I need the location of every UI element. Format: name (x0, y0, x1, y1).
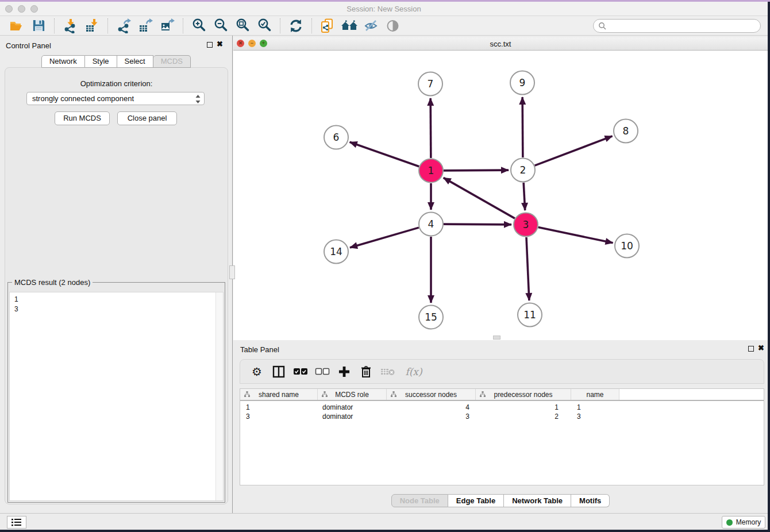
edge-2-8[interactable] (535, 136, 613, 165)
result-line: 3 (14, 304, 223, 314)
add-column-icon[interactable] (336, 364, 353, 380)
search-box[interactable] (593, 19, 761, 33)
hierarchy-icon (391, 391, 396, 398)
toolbar-separator (183, 18, 183, 33)
tab-motifs[interactable]: Motifs (571, 494, 610, 507)
close-table-panel-icon[interactable]: ✖ (758, 344, 764, 352)
node-label-4: 4 (428, 218, 434, 230)
close-panel-button[interactable]: Close panel (117, 111, 177, 125)
zoom-in-icon[interactable] (190, 17, 208, 34)
toolbar-separator (54, 18, 55, 33)
result-line: 1 (14, 295, 223, 304)
tab-select[interactable]: Select (117, 55, 153, 68)
new-network-icon[interactable] (318, 17, 337, 34)
edge-3-1[interactable] (444, 178, 515, 218)
mcds-result-box: MCDS result (2 nodes) 13 (7, 282, 225, 503)
control-panel: Control Panel ✖ NetworkStyleSelectMCDS O… (0, 36, 233, 513)
node-label-2: 2 (520, 164, 526, 176)
export-table-icon[interactable] (136, 17, 155, 34)
column-header-shared-name[interactable]: shared name (240, 389, 318, 400)
delete-column-icon[interactable] (357, 364, 375, 380)
gear-icon[interactable]: ⚙ (248, 364, 265, 380)
search-input[interactable] (609, 22, 753, 30)
select-all-icon[interactable] (292, 364, 309, 380)
home-icon[interactable] (340, 17, 359, 34)
table-tabs: Node TableEdge TableNetwork TableMotifs (233, 494, 768, 507)
criterion-select[interactable]: strongly connected component (26, 92, 205, 105)
memory-label: Memory (736, 518, 761, 526)
table-row[interactable]: 1dominator411 (240, 403, 764, 412)
tab-edge-table[interactable]: Edge Table (448, 494, 504, 507)
column-header-MCDS-role[interactable]: MCDS role (318, 389, 387, 400)
edge-1-7[interactable] (430, 98, 431, 158)
float-panel-icon[interactable] (207, 42, 213, 48)
delete-table-icon[interactable] (379, 364, 396, 380)
import-network-icon[interactable] (61, 17, 79, 34)
column-label: MCDS role (335, 391, 369, 399)
node-label-1: 1 (428, 165, 434, 176)
node-table[interactable]: shared nameMCDS rolesuccessor nodesprede… (240, 388, 764, 485)
deselect-all-icon[interactable] (314, 364, 331, 380)
table-panel-title: Table Panel (240, 345, 279, 354)
float-table-panel-icon[interactable] (748, 346, 754, 352)
function-builder-icon[interactable]: f(x) (401, 364, 426, 380)
column-header-successor-nodes[interactable]: successor nodes (387, 389, 476, 400)
table-panel: Table Panel ✖ ⚙ f(x) shared nameMCDS rol… (233, 340, 768, 513)
zoom-selected-icon[interactable] (255, 17, 274, 34)
memory-status-icon (726, 519, 733, 526)
apply-layout-icon[interactable] (287, 17, 305, 34)
criterion-value: strongly connected component (32, 94, 134, 103)
network-title: scc.txt (233, 40, 768, 48)
mcds-result-area[interactable]: 13 (9, 292, 224, 501)
import-table-icon[interactable] (83, 17, 101, 34)
task-history-button[interactable] (7, 516, 26, 529)
cell-name: 1 (571, 403, 619, 412)
tab-mcds[interactable]: MCDS (153, 55, 191, 68)
column-label: successor nodes (405, 391, 457, 399)
table-row[interactable]: 3dominator323 (240, 412, 764, 421)
vertical-splitter-handle[interactable] (229, 265, 235, 279)
run-mcds-button[interactable]: Run MCDS (55, 111, 110, 125)
edge-4-3[interactable] (444, 224, 511, 225)
hierarchy-icon (480, 391, 486, 398)
network-graph[interactable]: 1234678910111415 (233, 51, 768, 340)
column-label: name (586, 391, 603, 399)
edge-2-3[interactable] (523, 183, 525, 210)
cell-shared-name: 1 (240, 403, 318, 412)
tab-node-table[interactable]: Node Table (391, 494, 448, 507)
edge-2-9[interactable] (522, 97, 523, 157)
edge-4-14[interactable] (350, 228, 419, 248)
table-header: shared nameMCDS rolesuccessor nodesprede… (240, 389, 619, 400)
cell-MCDS-role: dominator (318, 403, 387, 412)
save-session-icon[interactable] (29, 17, 48, 34)
select-chevrons-icon (195, 94, 201, 104)
open-file-icon[interactable] (7, 17, 26, 34)
zoom-fit-icon[interactable] (233, 17, 252, 34)
node-label-9: 9 (519, 77, 526, 88)
edge-3-11[interactable] (526, 237, 529, 300)
horizontal-splitter-handle[interactable] (493, 336, 500, 340)
show-panel-icon[interactable] (384, 17, 402, 34)
node-label-3: 3 (523, 219, 529, 230)
column-header-predecessor-nodes[interactable]: predecessor nodes (476, 389, 571, 400)
close-panel-icon[interactable]: ✖ (217, 40, 223, 48)
edge-1-6[interactable] (350, 142, 419, 166)
result-scrollbar[interactable] (215, 292, 223, 500)
tab-network-table[interactable]: Network Table (504, 494, 571, 507)
mcds-result-title: MCDS result (2 nodes) (12, 278, 93, 287)
zoom-out-icon[interactable] (211, 17, 230, 34)
edge-1-2[interactable] (444, 170, 509, 171)
hide-panel-icon[interactable] (362, 17, 380, 34)
tab-network[interactable]: Network (41, 55, 85, 68)
table-toolbar: ⚙ f(x) (240, 359, 764, 384)
tab-style[interactable]: Style (85, 55, 117, 68)
cell-predecessor-nodes: 2 (476, 412, 571, 421)
split-columns-icon[interactable] (270, 364, 287, 380)
edge-3-10[interactable] (538, 228, 613, 243)
memory-button[interactable]: Memory (722, 516, 765, 529)
column-header-name[interactable]: name (571, 389, 619, 400)
export-network-icon[interactable] (114, 17, 133, 34)
export-image-icon[interactable] (158, 17, 176, 34)
cell-shared-name: 3 (240, 412, 318, 421)
network-canvas[interactable]: 1234678910111415 (233, 51, 768, 340)
